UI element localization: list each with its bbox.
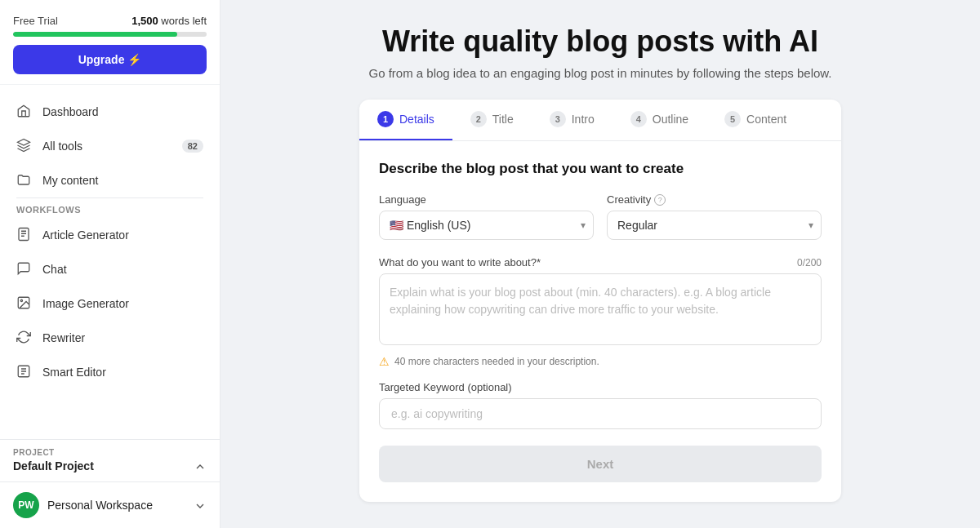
sidebar-item-my-content-label: My content (42, 174, 98, 187)
keyword-group: Targeted Keyword (optional) (379, 381, 822, 429)
home-icon (16, 104, 33, 120)
tab-details-label: Details (399, 113, 434, 126)
warning-icon: ⚠ (379, 355, 390, 368)
sidebar-item-all-tools-label: All tools (42, 140, 82, 153)
tab-outline-label: Outline (653, 113, 688, 126)
tab-content[interactable]: 5 Content (706, 100, 804, 140)
svg-rect-0 (19, 229, 29, 241)
creativity-label: Creativity ? (607, 193, 822, 206)
tab-title-num: 2 (470, 111, 487, 127)
creativity-select[interactable]: Regular Creative Formal (607, 211, 822, 240)
page-subtitle: Go from a blog idea to an engaging blog … (368, 66, 831, 80)
topic-textarea[interactable] (379, 273, 822, 345)
image-icon (16, 295, 33, 312)
warning-text: 40 more characters needed in your descri… (394, 356, 599, 367)
page-header: Write quality blog posts with AI Go from… (368, 24, 831, 80)
svg-point-2 (20, 300, 22, 302)
language-select-wrapper: 🇺🇸 English (US) 🇬🇧 English (UK) 🇫🇷 Frenc… (379, 211, 594, 240)
free-trial-label: Free Trial (13, 15, 58, 27)
sidebar: Free Trial 1,500 words left Upgrade ⚡ Da… (0, 0, 220, 528)
folder-icon (16, 172, 33, 189)
tab-intro-num: 3 (550, 111, 566, 127)
all-tools-badge: 82 (182, 140, 203, 153)
layers-icon (16, 138, 33, 154)
topic-group: What do you want to write about?* 0/200 (379, 256, 822, 348)
sidebar-item-dashboard-label: Dashboard (42, 105, 99, 118)
section-title: Describe the blog post that you want to … (379, 161, 822, 177)
sidebar-item-article-generator-label: Article Generator (42, 229, 129, 242)
textarea-header: What do you want to write about?* 0/200 (379, 256, 822, 268)
sidebar-item-image-generator-label: Image Generator (42, 297, 129, 310)
project-row[interactable]: Default Project (13, 459, 207, 473)
project-label: PROJECT (13, 448, 207, 457)
tab-details-num: 1 (377, 111, 394, 127)
sidebar-item-article-generator[interactable]: Article Generator (0, 218, 220, 252)
tab-intro[interactable]: 3 Intro (532, 100, 612, 140)
sidebar-item-my-content[interactable]: My content (0, 163, 220, 197)
tab-intro-label: Intro (572, 113, 595, 126)
workspace-row[interactable]: PW Personal Workspace (0, 482, 220, 528)
sidebar-item-smart-editor-label: Smart Editor (42, 366, 106, 379)
sidebar-item-rewriter-label: Rewriter (42, 331, 85, 344)
project-name: Default Project (13, 459, 94, 473)
tab-details[interactable]: 1 Details (359, 100, 452, 140)
sidebar-top: Free Trial 1,500 words left Upgrade ⚡ (0, 0, 220, 85)
tab-outline[interactable]: 4 Outline (612, 100, 706, 140)
sidebar-item-smart-editor[interactable]: Smart Editor (0, 355, 220, 389)
tab-outline-num: 4 (630, 111, 647, 127)
editor-icon (16, 364, 33, 380)
tab-title[interactable]: 2 Title (452, 100, 532, 140)
topic-label: What do you want to write about?* (379, 256, 541, 268)
chat-icon (16, 261, 33, 277)
main-card: 1 Details 2 Title 3 Intro 4 Outline 5 Co… (359, 100, 841, 502)
progress-bar (13, 32, 207, 37)
chevron-down-icon (194, 498, 207, 512)
doc-icon (16, 227, 33, 243)
refresh-icon (16, 330, 33, 346)
creativity-group: Creativity ? Regular Creative Formal ▾ (607, 193, 822, 240)
project-section[interactable]: PROJECT Default Project (0, 440, 220, 482)
workflows-label: Workflows (0, 198, 220, 218)
creativity-select-wrapper: Regular Creative Formal ▾ (607, 211, 822, 240)
sidebar-item-all-tools[interactable]: All tools 82 (0, 129, 220, 163)
page-title: Write quality blog posts with AI (368, 24, 831, 58)
free-trial-row: Free Trial 1,500 words left (13, 15, 207, 27)
avatar: PW (13, 492, 39, 518)
tab-title-label: Title (492, 113, 514, 126)
sidebar-item-image-generator[interactable]: Image Generator (0, 286, 220, 321)
words-left: 1,500 words left (131, 15, 207, 27)
workspace-name: Personal Workspace (47, 499, 185, 512)
progress-bar-fill (13, 32, 177, 37)
keyword-input[interactable] (379, 398, 822, 429)
language-creativity-row: Language 🇺🇸 English (US) 🇬🇧 English (UK)… (379, 193, 822, 240)
sidebar-bottom: PROJECT Default Project PW Personal Work… (0, 439, 220, 528)
card-body: Describe the blog post that you want to … (359, 141, 841, 502)
language-select[interactable]: 🇺🇸 English (US) 🇬🇧 English (UK) 🇫🇷 Frenc… (379, 211, 594, 240)
creativity-info-icon[interactable]: ? (654, 194, 666, 206)
keyword-label: Targeted Keyword (optional) (379, 381, 822, 393)
chevron-up-icon (194, 459, 207, 473)
sidebar-item-chat-label: Chat (42, 263, 67, 276)
tabs-row: 1 Details 2 Title 3 Intro 4 Outline 5 Co… (359, 100, 841, 141)
next-button[interactable]: Next (379, 446, 822, 482)
main-content: Write quality blog posts with AI Go from… (220, 0, 980, 528)
sidebar-item-chat[interactable]: Chat (0, 252, 220, 286)
sidebar-item-rewriter[interactable]: Rewriter (0, 321, 220, 355)
tab-content-num: 5 (724, 111, 741, 127)
language-group: Language 🇺🇸 English (US) 🇬🇧 English (UK)… (379, 193, 594, 240)
language-label: Language (379, 193, 594, 206)
sidebar-nav: Dashboard All tools 82 My content Workfl… (0, 85, 220, 439)
tab-content-label: Content (746, 113, 786, 126)
sidebar-item-dashboard[interactable]: Dashboard (0, 95, 220, 129)
char-count: 0/200 (797, 257, 822, 268)
warning-message: ⚠ 40 more characters needed in your desc… (379, 355, 822, 368)
upgrade-button[interactable]: Upgrade ⚡ (13, 45, 207, 74)
